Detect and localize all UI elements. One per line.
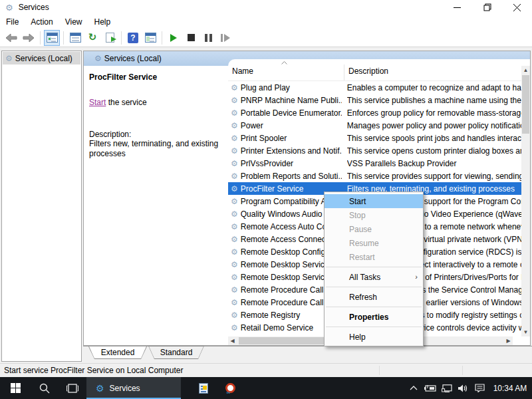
export-list-icon[interactable] [102,30,118,46]
list-header: Name Description [228,59,521,81]
show-console-tree-icon[interactable] [44,30,60,46]
service-gear-icon: ⚙ [231,84,238,92]
description-text: Filters new, terminating, and existing p… [89,139,221,159]
service-row[interactable]: ⚙Problem Reports and Soluti...This servi… [228,170,521,182]
back-icon[interactable] [3,30,19,46]
window-title: Services [19,3,49,12]
desktop: ⚙ Services File Action View Help [0,0,532,399]
taskbar: ⚙ Services °° 10:34 AM [0,377,532,399]
menu-view[interactable]: View [59,15,88,29]
service-row[interactable]: ⚙Portable Device Enumerator...Enforces g… [228,106,521,119]
service-description: Enables a computer to recognize and adap… [347,83,521,92]
tab-extended-label: Extended [89,346,146,358]
start-button[interactable] [0,377,31,399]
service-gear-icon: ⚙ [231,273,238,281]
menu-help[interactable]: Help [88,15,117,29]
service-description: This service provides support for viewin… [347,172,521,181]
tab-standard-label: Standard [149,346,203,358]
service-gear-icon: ⚙ [231,172,238,180]
toolbar-separator [40,31,41,45]
service-action-line: Start the service [89,98,223,107]
taskbar-clock[interactable]: 10:34 AM [488,384,532,393]
start-link-suffix: the service [106,98,146,107]
services-gear-icon: ⚙ [5,3,13,12]
service-row[interactable]: ⚙PrlVssProviderVSS Parallels Backup Prov… [228,157,521,170]
services-pane: ⚙ Services (Local) ProcFilter Service St… [83,51,531,346]
start-service-link[interactable]: Start [89,98,106,107]
scroll-down-icon[interactable]: ▼ [521,328,530,336]
vscroll-thumb[interactable] [522,75,529,134]
show-action-pane-icon[interactable] [142,30,158,46]
context-menu-item-refresh[interactable]: Refresh [325,290,423,304]
service-row[interactable]: ⚙Print SpoolerThis service spools print … [228,132,521,144]
refresh-icon[interactable]: ↻ [84,30,100,46]
toolbar: ↻ ? [0,29,532,47]
service-gear-icon: ⚙ [231,286,238,294]
toolbar-separator [63,31,64,45]
services-gear-icon: ⚙ [5,55,13,63]
pause-service-icon[interactable] [200,30,216,46]
forward-icon[interactable] [21,30,37,46]
sort-ascending-icon [281,61,287,65]
services-gear-icon: ⚙ [96,384,104,393]
context-menu-item-help[interactable]: Help [325,330,423,344]
service-gear-icon: ⚙ [231,109,238,117]
pane-header-title: Services (Local) [104,54,162,63]
context-menu-item-properties[interactable]: Properties [325,310,423,324]
context-menu-item-all-tasks[interactable]: All Tasks› [325,270,423,284]
vertical-scrollbar[interactable]: ▲ ▼ [521,66,530,336]
service-description: This service spools print jobs and handl… [347,134,521,143]
service-gear-icon: ⚙ [231,134,238,142]
status-separator [379,366,380,375]
menu-file[interactable]: File [0,15,25,29]
service-gear-icon: ⚙ [231,185,238,193]
selected-service-title: ProcFilter Service [89,72,223,82]
service-gear-icon: ⚙ [231,324,238,332]
task-view-button[interactable] [59,377,86,399]
context-menu: StartStopPauseResumeRestartAll Tasks›Ref… [324,192,424,346]
service-row[interactable]: ⚙PNRP Machine Name Publi...This service … [228,94,521,106]
tray-expand-icon[interactable] [405,377,422,399]
service-description: Manages power policy and power policy no… [347,121,521,130]
taskbar-app-services[interactable]: ⚙ Services [86,377,181,399]
extended-info-pane: ProcFilter Service Start the service Des… [84,66,228,345]
restore-button[interactable] [472,0,502,15]
tree-item-services-local[interactable]: ⚙ Services (Local) [3,52,80,65]
service-name: Power [241,121,342,130]
volume-icon[interactable] [455,377,471,399]
start-service-icon[interactable] [166,30,182,46]
service-gear-icon: ⚙ [231,248,238,256]
network-icon[interactable] [438,377,455,399]
service-name: PrlVssProvider [241,159,342,168]
stop-service-icon[interactable] [183,30,199,46]
search-button[interactable] [31,377,59,399]
column-separator[interactable] [344,65,344,80]
scroll-left-icon[interactable]: ◀ [228,336,237,345]
tab-extended[interactable]: Extended [88,346,147,359]
scroll-up-icon[interactable]: ▲ [521,66,530,74]
tab-standard[interactable]: Standard [148,346,204,359]
column-header-description[interactable]: Description [348,66,388,76]
action-center-icon[interactable] [471,377,488,399]
toolbar-separator [121,31,122,45]
context-menu-item-start[interactable]: Start [325,194,423,208]
column-header-name[interactable]: Name [232,66,253,76]
service-row[interactable]: ⚙Printer Extensions and Notif...This ser… [228,144,521,157]
service-row[interactable]: ⚙PowerManages power policy and power pol… [228,119,521,132]
properties-window-icon[interactable] [67,30,83,46]
close-button[interactable] [502,0,532,15]
status-text: Start service ProcFilter Service on Loca… [4,366,183,375]
service-row[interactable]: ⚙Plug and PlayEnables a computer to reco… [228,81,521,94]
scroll-right-icon[interactable]: ▶ [504,336,513,345]
view-tabs-row: Extended Standard [83,346,532,363]
menu-action[interactable]: Action [25,15,59,29]
help-icon[interactable]: ? [125,30,141,46]
service-name: Problem Reports and Soluti... [241,172,342,181]
battery-icon[interactable] [422,377,438,399]
service-name: Portable Device Enumerator... [241,108,342,118]
minimize-button[interactable] [442,0,472,15]
context-menu-separator [326,267,422,267]
taskbar-app-log[interactable] [190,377,217,399]
taskbar-app-procfilter[interactable]: °° [217,377,243,399]
restart-service-icon[interactable] [217,30,233,46]
